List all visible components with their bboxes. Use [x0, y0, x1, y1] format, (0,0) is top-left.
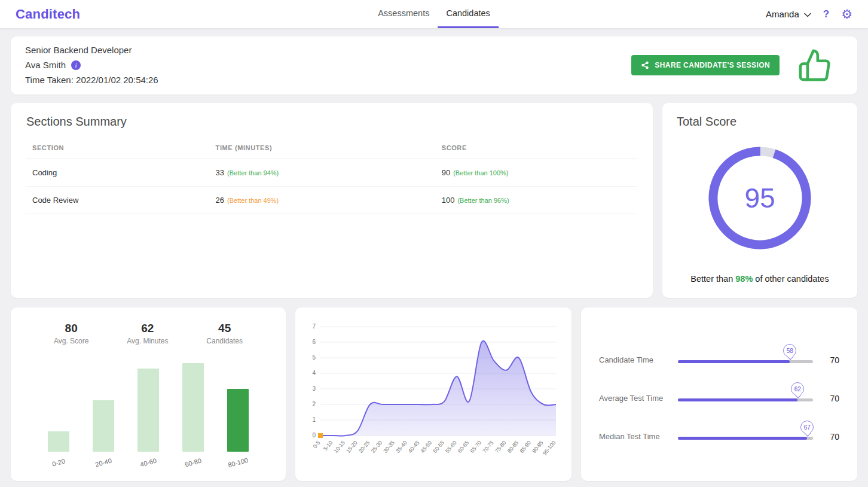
slider-label: Candidate Time: [599, 355, 678, 365]
slider-track: 62: [678, 385, 813, 403]
settings-gear-icon[interactable]: ⚙: [841, 8, 852, 20]
stat-item: 62Avg. Minutes: [127, 322, 168, 345]
tab-candidates[interactable]: Candidates: [438, 0, 498, 28]
sections-summary-card: Sections Summary SECTION TIME (MINUTES) …: [11, 103, 653, 298]
slider-max-label: 70: [813, 432, 839, 442]
svg-text:35-40: 35-40: [395, 440, 408, 454]
slider-max-label: 70: [813, 394, 839, 403]
score-distribution-card: 80Avg. Score62Avg. Minutes45Candidates 0…: [11, 308, 286, 481]
stat-item: 45Candidates: [206, 322, 243, 345]
svg-text:85-90: 85-90: [519, 440, 532, 454]
slider-fill: [678, 437, 807, 440]
svg-text:15-20: 15-20: [345, 440, 358, 454]
stat-label: Candidates: [206, 337, 243, 345]
svg-text:5-10: 5-10: [322, 440, 334, 452]
stat-label: Avg. Minutes: [127, 337, 168, 345]
help-button[interactable]: ?: [823, 8, 829, 20]
share-session-button[interactable]: SHARE CANDIDATE'S SESSION: [631, 55, 780, 75]
candidate-time-taken: Time Taken: 2022/01/02 20:54:26: [25, 75, 158, 85]
stats-row: 80Avg. Score62Avg. Minutes45Candidates: [20, 317, 276, 345]
svg-text:75-80: 75-80: [494, 440, 507, 454]
stat-item: 80Avg. Score: [54, 322, 88, 345]
svg-text:50-55: 50-55: [432, 440, 445, 454]
sections-summary-title: Sections Summary: [26, 115, 637, 129]
svg-text:80-85: 80-85: [506, 440, 519, 454]
svg-text:65-70: 65-70: [469, 440, 482, 454]
svg-text:25-30: 25-30: [370, 440, 383, 454]
svg-text:0-5: 0-5: [312, 440, 322, 449]
column-header-score: SCORE: [436, 137, 637, 159]
score-caption-percent: 98%: [735, 274, 753, 284]
slider-value-bubble: 67: [800, 421, 814, 434]
total-score-title: Total Score: [677, 115, 843, 129]
svg-text:70-75: 70-75: [481, 440, 494, 454]
slider-value-bubble: 62: [791, 382, 804, 395]
tab-assessments[interactable]: Assessments: [369, 0, 438, 28]
top-bar: Canditech Assessments Candidates Amanda …: [0, 0, 868, 28]
slider-fill: [678, 360, 790, 363]
stat-label: Avg. Score: [54, 337, 88, 345]
thumbs-up-icon: [797, 48, 832, 83]
candidate-name: Ava Smith: [25, 60, 66, 70]
svg-text:60-65: 60-65: [457, 440, 470, 454]
stat-value: 80: [54, 322, 88, 335]
slider-max-label: 70: [813, 355, 839, 365]
sections-table: SECTION TIME (MINUTES) SCORE Coding33(Be…: [26, 137, 637, 214]
table-row: Coding33(Better than 94%)90(Better than …: [26, 159, 637, 187]
svg-text:4: 4: [312, 370, 316, 376]
bar: [137, 369, 159, 452]
middle-row: Sections Summary SECTION TIME (MINUTES) …: [11, 103, 857, 298]
time-slider-row: Candidate Time5870: [599, 347, 839, 365]
svg-text:55-60: 55-60: [444, 440, 457, 454]
svg-text:1: 1: [312, 416, 316, 423]
stat-value: 62: [127, 322, 168, 335]
total-score-card: Total Score 95 Better than 98% of other …: [662, 103, 857, 298]
svg-text:0: 0: [312, 432, 316, 439]
svg-text:6: 6: [312, 339, 316, 345]
user-name: Amanda: [766, 9, 799, 19]
svg-text:40-45: 40-45: [407, 440, 420, 454]
slider-label: Median Test Time: [599, 432, 678, 442]
slider-label: Average Test Time: [599, 394, 678, 403]
candidate-position: Senior Backend Developer: [25, 45, 158, 55]
svg-text:30-35: 30-35: [382, 440, 395, 454]
slider-track: 58: [678, 347, 813, 365]
svg-text:10-15: 10-15: [333, 440, 346, 454]
table-row: Code Review26(Better than 49%)100(Better…: [26, 187, 637, 214]
bottom-row: 80Avg. Score62Avg. Minutes45Candidates 0…: [11, 308, 857, 481]
score-caption-prefix: Better than: [690, 274, 735, 284]
sections-table-body: Coding33(Better than 94%)90(Better than …: [26, 159, 637, 214]
bar-chart-bars: 0-2020-4040-6060-8080-100: [20, 363, 276, 466]
top-nav: Assessments Candidates: [369, 0, 499, 28]
svg-text:7: 7: [312, 323, 316, 330]
score-caption: Better than 98% of other candidates: [677, 274, 843, 286]
app-logo[interactable]: Canditech: [16, 7, 80, 22]
bar-label: 80-100: [227, 456, 249, 468]
bar-column: 40-60: [130, 363, 167, 466]
svg-text:5: 5: [312, 354, 316, 361]
time-slider-row: Average Test Time6270: [599, 385, 839, 403]
bar-column: 60-80: [175, 363, 212, 466]
score-caption-suffix: of other candidates: [753, 274, 829, 284]
bar-label: 40-60: [139, 457, 157, 468]
time-slider-row: Median Test Time6770: [599, 424, 839, 442]
slider-value-bubble: 58: [783, 344, 796, 357]
bar-label: 20-40: [94, 457, 112, 468]
area-chart-svg: 012345670-55-1010-1515-2020-2525-3030-35…: [305, 317, 561, 470]
candidate-actions: SHARE CANDIDATE'S SESSION: [631, 48, 843, 83]
svg-text:20-25: 20-25: [357, 440, 371, 454]
bar: [227, 389, 249, 452]
user-menu[interactable]: Amanda: [766, 9, 811, 19]
bar-column: 20-40: [85, 363, 122, 466]
bar: [93, 400, 114, 452]
svg-text:95-100: 95-100: [542, 440, 557, 456]
info-icon[interactable]: i: [71, 60, 81, 70]
svg-text:2: 2: [312, 401, 316, 407]
bar: [182, 363, 204, 452]
chevron-down-icon: [804, 9, 811, 19]
column-header-time: TIME (MINUTES): [210, 137, 436, 159]
svg-text:45-50: 45-50: [420, 440, 433, 454]
bar-column: 80-100: [219, 363, 256, 466]
time-comparison-card: Candidate Time5870Average Test Time6270M…: [581, 308, 857, 481]
slider-track: 67: [678, 424, 813, 442]
